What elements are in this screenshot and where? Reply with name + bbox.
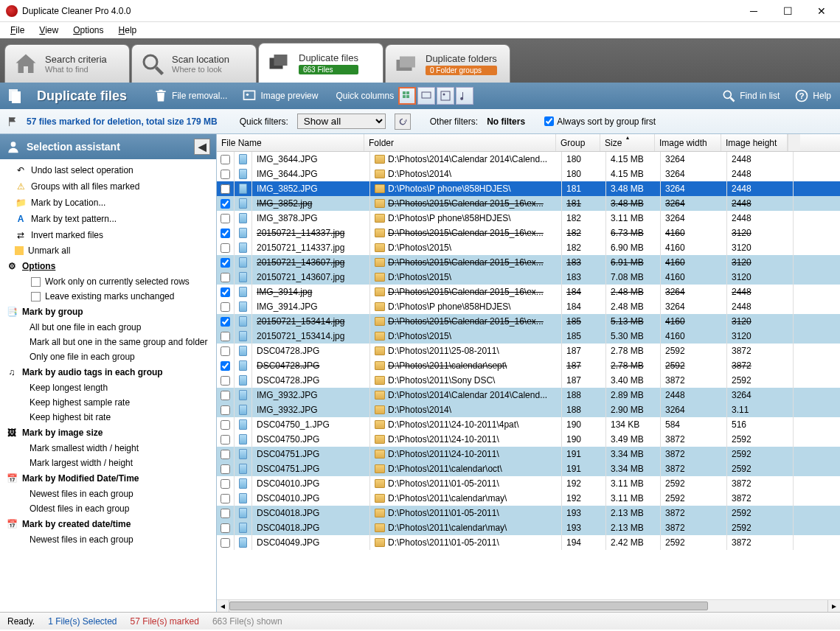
maximize-button[interactable]: ☐ xyxy=(771,0,805,22)
tab-duplicate-folders[interactable]: Duplicate folders0 Folder groups xyxy=(385,44,510,83)
sidebar-newest[interactable]: Newest files in each group xyxy=(0,487,216,501)
sidebar-smallest-wh[interactable]: Mark smallest width / height xyxy=(0,441,216,456)
file-list-body[interactable]: IMG_3644.JPGD:\Photos\2014\Calendar 2014… xyxy=(217,152,840,599)
sidebar-mark-pattern[interactable]: AMark by text pattern... xyxy=(0,211,216,227)
row-checkbox[interactable] xyxy=(221,229,230,238)
row-checkbox[interactable] xyxy=(221,479,230,489)
table-row[interactable]: DSC04010.JPGD:\Photos\2011\01-05-2011\19… xyxy=(217,476,840,491)
row-checkbox[interactable] xyxy=(221,302,230,312)
quick-filter-select[interactable]: Show all xyxy=(297,114,386,129)
checkbox-icon[interactable] xyxy=(31,292,41,301)
col-header-folder[interactable]: Folder xyxy=(364,134,556,151)
sidebar-all-but-one-same[interactable]: Mark all but one in the same group and f… xyxy=(0,335,216,349)
tab-scan-location[interactable]: Scan locationWhere to look xyxy=(131,44,257,83)
col-header-height[interactable]: Image height xyxy=(721,134,788,151)
table-row[interactable]: 20150721_153414.jpgD:\Photos\2015\1855.3… xyxy=(217,329,840,344)
sidebar-unmark[interactable]: Unmark all xyxy=(0,243,216,258)
table-row[interactable]: 20150721_143607.jpgD:\Photos\2015\1837.0… xyxy=(217,270,840,285)
row-checkbox[interactable] xyxy=(221,243,230,253)
table-row[interactable]: IMG_3932.JPGD:\Photos\2014\1882.90 MB326… xyxy=(217,402,840,417)
table-row[interactable]: IMG_3932.JPGD:\Photos\2014\Calendar 2014… xyxy=(217,388,840,402)
row-checkbox[interactable] xyxy=(221,509,230,518)
row-checkbox[interactable] xyxy=(221,494,230,503)
table-row[interactable]: DSC04018.JPGD:\Photos\2011\01-05-2011\19… xyxy=(217,506,840,520)
row-checkbox[interactable] xyxy=(221,199,230,209)
quickcol-music-button[interactable] xyxy=(456,87,473,105)
find-in-list-button[interactable]: Find in list xyxy=(718,87,782,105)
menu-options[interactable]: Options xyxy=(66,24,111,37)
sidebar-groups-marked[interactable]: ⚠Groups with all files marked xyxy=(0,178,216,195)
table-row[interactable]: 20150721_114337.jpgD:\Photos\2015\Calend… xyxy=(217,226,840,240)
table-row[interactable]: 20150721_153414.jpgD:\Photos\2015\Calend… xyxy=(217,314,840,329)
sidebar-highest-sample[interactable]: Keep highest sample rate xyxy=(0,395,216,410)
menu-view[interactable]: View xyxy=(32,24,66,37)
row-checkbox[interactable] xyxy=(221,450,230,459)
table-row[interactable]: IMG_3644.JPGD:\Photos\2014\1804.15 MB326… xyxy=(217,167,840,181)
row-checkbox[interactable] xyxy=(221,184,230,194)
refresh-filter-button[interactable] xyxy=(395,114,411,130)
hscroll-right[interactable]: ▸ xyxy=(827,600,840,612)
table-row[interactable]: DSC04750.JPGD:\Photos\2011\24-10-2011\19… xyxy=(217,432,840,447)
sidebar-options-header[interactable]: ⚙Options xyxy=(0,258,216,274)
col-header-group[interactable]: Group xyxy=(556,134,600,151)
sidebar-only-one[interactable]: Only one file in each group xyxy=(0,349,216,364)
row-checkbox[interactable] xyxy=(221,170,230,179)
file-removal-button[interactable]: File removal... xyxy=(150,87,230,105)
sidebar-collapse-button[interactable]: ◀ xyxy=(194,139,210,155)
row-checkbox[interactable] xyxy=(221,258,230,268)
sidebar-all-but-one[interactable]: All but one file in each group xyxy=(0,320,216,335)
table-row[interactable]: DSC04751.JPGD:\Photos\2011\24-10-2011\19… xyxy=(217,447,840,461)
table-row[interactable]: DSC04728.JPGD:\Photos\2011\calendar\sept… xyxy=(217,358,840,373)
table-row[interactable]: DSC04750_1.JPGD:\Photos\2011\24-10-2011\… xyxy=(217,417,840,432)
quickcol-grid-button[interactable] xyxy=(398,87,416,105)
row-checkbox[interactable] xyxy=(221,523,230,533)
row-checkbox[interactable] xyxy=(221,273,230,282)
tab-search-criteria[interactable]: Search criteriaWhat to find xyxy=(4,44,130,83)
col-header-name[interactable]: File Name xyxy=(217,134,364,151)
table-row[interactable]: DSC04728.JPGD:\Photos\2011\Sony DSC\1873… xyxy=(217,373,840,388)
row-checkbox[interactable] xyxy=(221,317,230,327)
quickcol-monitor-button[interactable] xyxy=(417,87,435,105)
row-checkbox[interactable] xyxy=(221,214,230,223)
hscrollbar[interactable]: ◂ ▸ xyxy=(217,599,840,612)
quickcol-image-button[interactable] xyxy=(437,87,454,105)
sidebar-invert[interactable]: ⇄Invert marked files xyxy=(0,227,216,243)
sidebar-work-only[interactable]: Work only on currently selected rows xyxy=(0,274,216,289)
help-button[interactable]: ? Help xyxy=(791,87,834,105)
col-header-width[interactable]: Image width xyxy=(655,134,721,151)
table-row[interactable]: IMG_3914.jpgD:\Photos\2015\Calendar 2015… xyxy=(217,285,840,299)
row-checkbox[interactable] xyxy=(221,287,230,297)
sidebar-newest2[interactable]: Newest files in each group xyxy=(0,532,216,547)
sidebar-longest-length[interactable]: Keep longest length xyxy=(0,380,216,395)
hscroll-track[interactable] xyxy=(229,600,827,612)
table-row[interactable]: 20150721_143607.jpgD:\Photos\2015\Calend… xyxy=(217,255,840,270)
sidebar-largest-wh[interactable]: Mark largest width / height xyxy=(0,456,216,470)
table-row[interactable]: DSC04728.JPGD:\Photos\2011\25-08-2011\18… xyxy=(217,344,840,358)
sidebar-mark-location[interactable]: 📁Mark by Location... xyxy=(0,195,216,211)
hscroll-thumb[interactable] xyxy=(229,602,708,610)
image-preview-button[interactable]: Image preview xyxy=(239,87,321,105)
checkbox-icon[interactable] xyxy=(31,277,41,287)
row-checkbox[interactable] xyxy=(221,155,230,164)
row-checkbox[interactable] xyxy=(221,332,230,341)
close-button[interactable]: ✕ xyxy=(805,0,839,22)
table-row[interactable]: IMG_3914.JPGD:\Photos\P phone\858HDJES\1… xyxy=(217,299,840,314)
sidebar-highest-bit[interactable]: Keep highest bit rate xyxy=(0,410,216,425)
table-row[interactable]: IMG_3852.JPGD:\Photos\P phone\858HDJES\1… xyxy=(217,181,840,196)
table-row[interactable]: DSC04018.JPGD:\Photos\2011\calendar\may\… xyxy=(217,520,840,535)
sidebar-oldest[interactable]: Oldest files in each group xyxy=(0,501,216,516)
always-sort-checkbox[interactable]: Always sort by group first xyxy=(544,116,656,127)
table-row[interactable]: DSC04049.JPGD:\Photos\2011\01-05-2011\19… xyxy=(217,535,840,550)
row-checkbox[interactable] xyxy=(221,361,230,371)
col-header-size[interactable]: ▴Size xyxy=(600,134,655,151)
hscroll-left[interactable]: ◂ xyxy=(217,600,229,612)
row-checkbox[interactable] xyxy=(221,405,230,415)
row-checkbox[interactable] xyxy=(221,420,230,430)
row-checkbox[interactable] xyxy=(221,464,230,474)
row-checkbox[interactable] xyxy=(221,538,230,548)
row-checkbox[interactable] xyxy=(221,391,230,400)
sidebar-undo[interactable]: ↶Undo last select operation xyxy=(0,162,216,178)
menu-file[interactable]: File xyxy=(3,24,32,37)
menu-help[interactable]: Help xyxy=(111,24,145,37)
table-row[interactable]: 20150721_114337.jpgD:\Photos\2015\1826.9… xyxy=(217,240,840,255)
